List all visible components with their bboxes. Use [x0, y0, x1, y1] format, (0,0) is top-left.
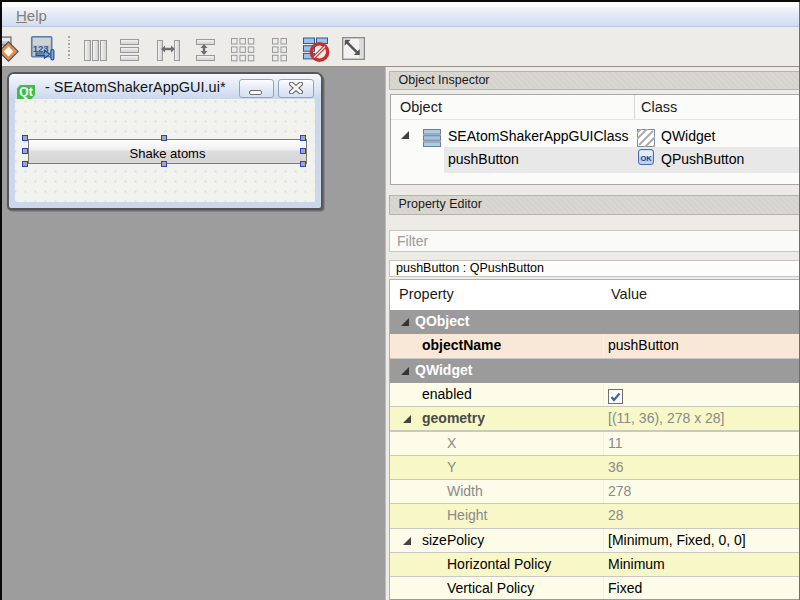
svg-text:OK: OK — [640, 154, 652, 163]
